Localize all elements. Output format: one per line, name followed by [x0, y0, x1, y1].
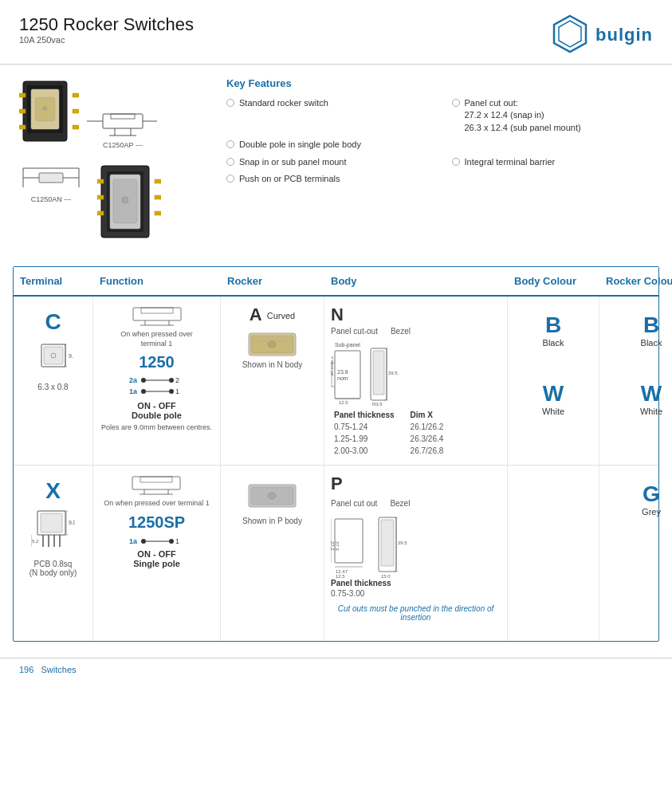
function-mode-sp: ON - OFF	[137, 549, 175, 559]
svg-rect-80	[41, 513, 62, 533]
key-features-heading: Key Features	[226, 77, 653, 89]
feature-bullet-4	[226, 158, 234, 166]
body-n-thickness-label: Panel thickness	[334, 411, 395, 419]
body-colour-b-section: B Black	[543, 308, 564, 348]
function-sp-diagram: On when pressed over terminal 1	[104, 474, 210, 509]
svg-text:2: 2	[175, 376, 179, 384]
svg-text:29.5: 29.5	[398, 540, 407, 545]
switch-main-image	[19, 77, 79, 149]
feature-bullet-6	[226, 175, 234, 183]
svg-text:1: 1	[175, 537, 179, 545]
rocker-a-desc: Curved	[267, 311, 295, 320]
title-block: 1250 Rocker Switches 10A 250vac	[19, 14, 194, 45]
function-mode2-sp: Single pole	[133, 559, 180, 568]
function-mode-1: ON - OFF	[137, 401, 175, 411]
function-1250sp-cell: On when pressed over terminal 1 1250SP 1…	[93, 466, 221, 641]
body-colour-w-name: White	[542, 407, 564, 416]
feature-5: Integral terminal barrier	[452, 156, 654, 168]
rocker-p-diagram-icon	[246, 481, 298, 512]
function-1250-cell: On when pressed overterminal 1 1250 2a 2…	[93, 297, 221, 465]
body-n-measurements: Panel thickness 0.75-1.241.25-1.992.00-3…	[331, 411, 501, 457]
svg-rect-63	[335, 351, 360, 399]
body-p-diagram-icon: 27.2 27.3 12.47 12.5 29.5 15.0	[331, 511, 474, 579]
rocker-colour-b-section: B Black	[641, 308, 662, 348]
body-colour-w-letter: W	[543, 383, 564, 405]
svg-text:29.5: 29.5	[388, 371, 398, 375]
svg-text:1a: 1a	[129, 537, 138, 545]
features-grid: Standard rocker switch Panel cut out:27.…	[226, 97, 653, 185]
svg-rect-25	[39, 173, 63, 183]
page-subtitle: 10A 250vac	[19, 35, 194, 45]
terminal-c-size: 6.3 x 0.8	[37, 383, 68, 391]
feature-1: Standard rocker switch	[226, 97, 428, 134]
body-p-thickness-label: Panel thickness	[331, 579, 391, 588]
svg-point-61	[268, 341, 276, 348]
footer-label: Switches	[41, 665, 77, 674]
product-section: C1250AP --- C1250AN ---	[0, 65, 672, 258]
rocker-p-cell: Shown in P body	[221, 466, 324, 641]
svg-rect-92	[140, 477, 172, 482]
th-function: Function	[100, 275, 227, 287]
function-top-diagram-icon	[129, 305, 185, 327]
svg-rect-38	[44, 347, 63, 364]
svg-rect-34	[155, 179, 161, 183]
svg-point-103	[268, 493, 276, 499]
svg-point-97	[141, 539, 146, 544]
table-row-1: C 9.0 6.3 x 0.8	[14, 297, 658, 466]
svg-point-6	[42, 106, 47, 111]
svg-text:1a: 1a	[129, 387, 138, 395]
function-mode2-1: Double pole	[132, 411, 182, 420]
logo-text: bulgin	[595, 25, 653, 45]
feature-text-5: Integral terminal barrier	[465, 156, 556, 168]
feature-4: Snap in or sub panel mount	[226, 156, 428, 168]
svg-text:9.0: 9.0	[69, 353, 73, 359]
svg-point-57	[169, 389, 174, 394]
svg-rect-10	[73, 93, 79, 97]
th-body: Body	[331, 275, 514, 287]
rocker-colour-w-letter: W	[641, 383, 662, 405]
feature-text-1: Standard rocker switch	[239, 97, 328, 109]
svg-rect-32	[97, 195, 104, 199]
body-p-labels: Panel cut out Bezel	[331, 499, 410, 508]
svg-rect-112	[381, 520, 394, 566]
body-p-thickness: Panel thickness 0.75-3.00	[331, 579, 391, 598]
body-p-cell: P Panel cut out Bezel 27.2 27.3 12.47 12…	[324, 466, 508, 641]
rocker-colour-cell-1: B Black W White	[599, 297, 672, 465]
svg-text:R3.5: R3.5	[372, 402, 383, 407]
switch-main-block	[19, 77, 79, 149]
terminal-c-letter: C	[45, 311, 61, 333]
body-p-label2: Bezel	[390, 499, 410, 508]
body-n-labels: Panel cut-out Bezel	[331, 327, 411, 336]
svg-rect-9	[19, 125, 26, 129]
rocker-colour-g-section: G Grey	[642, 477, 661, 517]
body-p-letter: P	[331, 474, 343, 494]
svg-rect-11	[73, 109, 79, 113]
svg-text:1: 1	[175, 387, 179, 395]
svg-text:nom: nom	[337, 375, 348, 381]
feature-6: Push on or PCB terminals	[226, 173, 428, 185]
body-n-label2: Bezel	[391, 327, 411, 336]
feature-3: Double pole in single pole body	[226, 139, 428, 151]
svg-point-99	[169, 539, 174, 544]
body-n-header: N	[331, 305, 344, 327]
svg-rect-36	[155, 211, 161, 215]
svg-text:2a: 2a	[129, 376, 138, 384]
feature-bullet-3	[226, 140, 234, 148]
function-note-1: Poles are 9.0mm between centres.	[101, 423, 212, 433]
terminal-x-size: PCB 0.8sq(N body only)	[29, 560, 77, 577]
c1250ap-label: C1250AP ---	[103, 141, 143, 149]
page-title: 1250 Rocker Switches	[19, 14, 194, 35]
rocker-colour-g-name: Grey	[642, 507, 661, 517]
svg-rect-14	[111, 114, 135, 119]
rocker-colour-w-name: White	[640, 407, 662, 416]
body-n-dim-label: Dim X	[411, 411, 444, 419]
image-row-bottom: C1250AN ---	[19, 162, 195, 246]
svg-text:12.5: 12.5	[339, 400, 348, 405]
function-sp-top-diagram-icon	[128, 474, 184, 496]
diagram-top-block: C1250AP ---	[87, 108, 159, 149]
rocker-a-cell: A Curved Shown in N body	[221, 297, 324, 465]
specs-table: Terminal Function Rocker Body Body Colou…	[13, 266, 659, 642]
page-header: 1250 Rocker Switches 10A 250vac bulgin	[0, 0, 672, 65]
body-colour-b-letter: B	[545, 314, 561, 336]
body-n-diagram-icon: Sub-panel 36.1/36.2 12.5 23.8 nom R3.5	[331, 339, 498, 411]
